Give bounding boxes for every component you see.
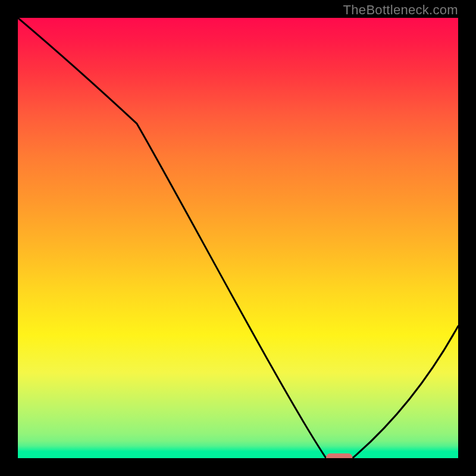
bottleneck-curve bbox=[18, 18, 458, 458]
plot-area bbox=[18, 18, 458, 458]
optimal-marker bbox=[326, 453, 352, 458]
watermark-text: TheBottleneck.com bbox=[343, 2, 458, 18]
curve-svg bbox=[18, 18, 458, 458]
chart-container: TheBottleneck.com bbox=[0, 0, 476, 476]
